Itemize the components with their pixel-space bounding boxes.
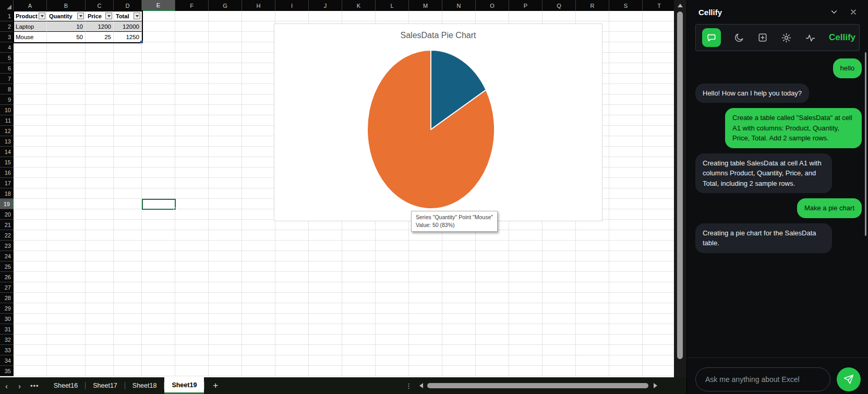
cell-N26[interactable] bbox=[442, 272, 476, 282]
cell-J28[interactable] bbox=[309, 293, 342, 303]
cell-S34[interactable] bbox=[609, 355, 643, 366]
cell-Q25[interactable] bbox=[542, 261, 576, 272]
cell-S14[interactable] bbox=[609, 147, 643, 157]
cell-O1[interactable] bbox=[476, 11, 509, 21]
cell-B35[interactable] bbox=[47, 366, 86, 376]
cell-C22[interactable] bbox=[86, 230, 114, 241]
cell-A32[interactable] bbox=[14, 335, 47, 345]
cell-T31[interactable] bbox=[643, 324, 674, 335]
cell-L32[interactable] bbox=[376, 335, 409, 345]
cell-F11[interactable] bbox=[175, 115, 209, 126]
row-header-19[interactable]: 19 bbox=[0, 199, 14, 209]
cell-L24[interactable] bbox=[376, 251, 409, 261]
cell-D18[interactable] bbox=[114, 188, 142, 199]
cell-E14[interactable] bbox=[142, 147, 175, 157]
row-header-5[interactable]: 5 bbox=[0, 53, 14, 63]
cell-M32[interactable] bbox=[409, 335, 442, 345]
cell-K25[interactable] bbox=[342, 261, 376, 272]
cell-T23[interactable] bbox=[643, 241, 674, 251]
cell-B11[interactable] bbox=[47, 115, 86, 126]
cell-A31[interactable] bbox=[14, 324, 47, 335]
cell-C5[interactable] bbox=[86, 53, 114, 63]
cell-B4[interactable] bbox=[47, 42, 86, 53]
cell-B29[interactable] bbox=[47, 303, 86, 314]
cell-T11[interactable] bbox=[643, 115, 674, 126]
cell-L31[interactable] bbox=[376, 324, 409, 335]
row-header-24[interactable]: 24 bbox=[0, 251, 14, 261]
cell-K33[interactable] bbox=[342, 345, 376, 355]
cell-B13[interactable] bbox=[47, 136, 86, 147]
cell-C33[interactable] bbox=[86, 345, 114, 355]
row-header-17[interactable]: 17 bbox=[0, 178, 14, 188]
cell-B12[interactable] bbox=[47, 126, 86, 136]
column-header-T[interactable]: T bbox=[643, 0, 674, 11]
cell-T20[interactable] bbox=[643, 209, 674, 220]
cell-A25[interactable] bbox=[14, 261, 47, 272]
cell-D25[interactable] bbox=[114, 261, 142, 272]
cell-R32[interactable] bbox=[576, 335, 609, 345]
cell-F31[interactable] bbox=[175, 324, 209, 335]
cell-A4[interactable] bbox=[14, 42, 47, 53]
sheet-menu-icon[interactable]: ⋮ bbox=[400, 382, 417, 390]
cell-N35[interactable] bbox=[442, 366, 476, 376]
cell-B32[interactable] bbox=[47, 335, 86, 345]
activity-button[interactable] bbox=[805, 32, 816, 43]
cell-G13[interactable] bbox=[209, 136, 242, 147]
cell-H15[interactable] bbox=[242, 157, 275, 168]
row-header-27[interactable]: 27 bbox=[0, 282, 14, 293]
cell-O34[interactable] bbox=[476, 355, 509, 366]
cell-O33[interactable] bbox=[476, 345, 509, 355]
cell-H31[interactable] bbox=[242, 324, 275, 335]
cell-G33[interactable] bbox=[209, 345, 242, 355]
cell-A21[interactable] bbox=[14, 220, 47, 230]
chat-tab-button[interactable] bbox=[702, 28, 721, 47]
horizontal-scrollbar-thumb[interactable] bbox=[427, 383, 648, 388]
cell-C16[interactable] bbox=[86, 168, 114, 178]
column-header-L[interactable]: L bbox=[376, 0, 409, 11]
cell-H19[interactable] bbox=[242, 199, 275, 209]
cell-P1[interactable] bbox=[509, 11, 542, 21]
cell-G1[interactable] bbox=[209, 11, 242, 21]
cell-E6[interactable] bbox=[142, 63, 175, 74]
select-all-button[interactable] bbox=[0, 0, 14, 11]
cell-G27[interactable] bbox=[209, 282, 242, 293]
cell-T22[interactable] bbox=[643, 230, 674, 241]
cell-E35[interactable] bbox=[142, 366, 175, 376]
cell-A5[interactable] bbox=[14, 53, 47, 63]
cell-S28[interactable] bbox=[609, 293, 643, 303]
cell-G23[interactable] bbox=[209, 241, 242, 251]
cell-P23[interactable] bbox=[509, 241, 542, 251]
cell-J24[interactable] bbox=[309, 251, 342, 261]
cell-J25[interactable] bbox=[309, 261, 342, 272]
cell-F2[interactable] bbox=[175, 21, 209, 32]
cell-E7[interactable] bbox=[142, 74, 175, 84]
cell-R22[interactable] bbox=[576, 230, 609, 241]
cell-F21[interactable] bbox=[175, 220, 209, 230]
cell-C15[interactable] bbox=[86, 157, 114, 168]
cell-G24[interactable] bbox=[209, 251, 242, 261]
cell-I34[interactable] bbox=[275, 355, 309, 366]
cell-F24[interactable] bbox=[175, 251, 209, 261]
column-header-E[interactable]: E bbox=[142, 0, 175, 11]
row-header-18[interactable]: 18 bbox=[0, 188, 14, 199]
vertical-scrollbar[interactable] bbox=[674, 0, 686, 377]
cell-A20[interactable] bbox=[14, 209, 47, 220]
cell-L27[interactable] bbox=[376, 282, 409, 293]
cell-B24[interactable] bbox=[47, 251, 86, 261]
cell-D29[interactable] bbox=[114, 303, 142, 314]
cell-M1[interactable] bbox=[409, 11, 442, 21]
cell-I27[interactable] bbox=[275, 282, 309, 293]
cell-F8[interactable] bbox=[175, 84, 209, 94]
column-header-N[interactable]: N bbox=[442, 0, 476, 11]
cell-D7[interactable] bbox=[114, 74, 142, 84]
cell-J32[interactable] bbox=[309, 335, 342, 345]
cell-E18[interactable] bbox=[142, 188, 175, 199]
cell-M31[interactable] bbox=[409, 324, 442, 335]
column-header-A[interactable]: A bbox=[14, 0, 47, 11]
cell-K1[interactable] bbox=[342, 11, 376, 21]
row-header-8[interactable]: 8 bbox=[0, 84, 14, 94]
cell-D16[interactable] bbox=[114, 168, 142, 178]
chart-object[interactable]: SalesData Pie Chart bbox=[274, 23, 602, 221]
column-header-O[interactable]: O bbox=[476, 0, 509, 11]
table-resize-handle[interactable] bbox=[140, 41, 143, 43]
